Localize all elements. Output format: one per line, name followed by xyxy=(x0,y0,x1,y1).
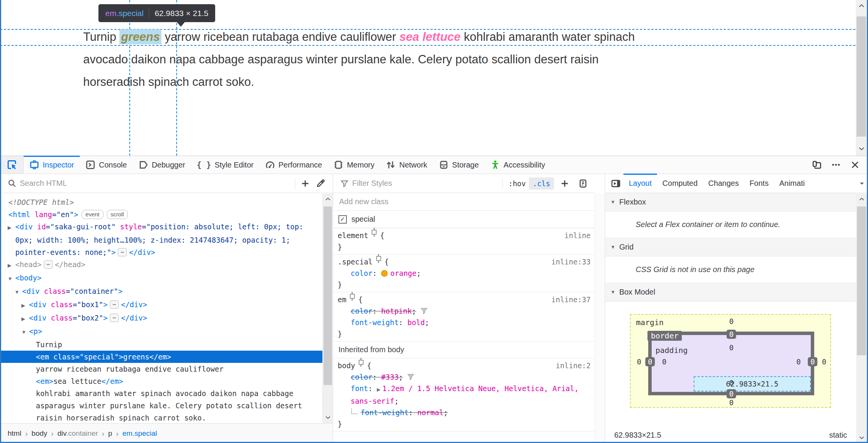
rule-source-link[interactable]: inline xyxy=(564,230,591,241)
tab-accessibility[interactable]: Accessibility xyxy=(485,156,551,174)
css-declaration[interactable]: color: #333; xyxy=(338,371,591,383)
scroll-down-icon[interactable] xyxy=(856,432,867,443)
overridden-filter-icon[interactable] xyxy=(407,373,415,381)
margin-bottom-value[interactable]: 0 xyxy=(729,398,733,407)
collapsed-children-icon[interactable]: ⋯ xyxy=(110,300,119,309)
markup-row[interactable]: <em>sea lettuce</em> xyxy=(0,375,322,387)
css-declaration[interactable]: font: ▶1.2em / 1.5 Helvetica Neue, Helve… xyxy=(338,383,591,407)
markup-scrollbar[interactable] xyxy=(322,193,333,423)
css-declaration[interactable]: color: hotpink; xyxy=(338,305,591,317)
close-devtools-button[interactable] xyxy=(847,157,863,172)
tab-inspector[interactable]: Inspector xyxy=(24,156,80,174)
markup-row[interactable]: ▼<p> xyxy=(0,325,322,338)
node-target-icon[interactable] xyxy=(359,360,364,365)
markup-row[interactable]: Turnip xyxy=(0,338,322,351)
border-top-value[interactable]: 0 xyxy=(726,330,736,339)
border-right-value[interactable]: 0 xyxy=(808,357,817,366)
rules-scrollbar[interactable] xyxy=(594,193,605,443)
padding-right-value[interactable]: 0 xyxy=(796,358,800,366)
tab-debugger[interactable]: Debugger xyxy=(133,156,191,174)
breadcrumb-item[interactable]: html xyxy=(8,429,21,438)
tab-animations[interactable]: Animati xyxy=(774,174,805,193)
margin-right-value[interactable]: 0 xyxy=(822,358,826,366)
padding-bottom-value[interactable]: 0 xyxy=(729,379,733,387)
tab-memory[interactable]: Memory xyxy=(328,156,380,174)
breadcrumb-item[interactable]: div.container xyxy=(57,429,98,438)
tab-fonts[interactable]: Fonts xyxy=(744,174,774,193)
add-node-button[interactable] xyxy=(298,176,313,191)
markup-row[interactable]: ▶<div id="saka-gui-root" style="position… xyxy=(0,221,322,258)
rule-source-link[interactable]: inline:33 xyxy=(551,256,591,267)
markup-row[interactable]: ▶<head>⋯</head> xyxy=(0,258,322,272)
scroll-up-icon[interactable] xyxy=(323,193,333,205)
new-rule-button[interactable] xyxy=(557,176,572,191)
search-html-input[interactable] xyxy=(20,179,293,188)
expander-icon[interactable]: ▶ xyxy=(377,387,380,392)
markup-row[interactable]: <html lang="en">eventscroll xyxy=(0,208,322,221)
pretty-print-icon[interactable] xyxy=(575,176,591,191)
tab-changes[interactable]: Changes xyxy=(703,174,744,193)
node-target-icon[interactable] xyxy=(350,294,355,299)
border-bottom-value[interactable]: 0 xyxy=(726,389,736,398)
page-scrollbar[interactable] xyxy=(856,0,867,156)
markup-scrollbar-thumb[interactable] xyxy=(324,206,332,385)
layout-scrollbar[interactable] xyxy=(856,193,867,443)
collapsed-children-icon[interactable]: ⋯ xyxy=(110,314,119,322)
collapsed-children-icon[interactable]: ⋯ xyxy=(44,260,53,269)
eyedropper-button[interactable] xyxy=(313,176,328,191)
class-panel-toggle[interactable]: .cls xyxy=(529,177,554,190)
twisty-open-icon[interactable]: ▼ xyxy=(8,273,15,285)
collapsed-children-icon[interactable]: ⋯ xyxy=(118,248,127,256)
twisty-closed-icon[interactable]: ▶ xyxy=(8,222,15,234)
padding-left-value[interactable]: 0 xyxy=(662,358,666,366)
overridden-filter-icon[interactable] xyxy=(420,307,428,315)
scroll-up-icon[interactable] xyxy=(856,0,867,11)
css-declaration[interactable]: font-weight: bold; xyxy=(338,317,591,328)
tab-console[interactable]: Console xyxy=(80,156,132,174)
css-declaration[interactable]: font-weight: normal; xyxy=(338,407,591,418)
rule-selector[interactable]: .special xyxy=(338,256,373,267)
twisty-open-icon[interactable]: ▼ xyxy=(21,326,29,338)
layout-scrollbar-thumb[interactable] xyxy=(857,206,866,355)
node-picker-button[interactable] xyxy=(0,156,24,174)
rule-source-link[interactable]: inline:37 xyxy=(551,294,591,305)
sidebar-toggle-icon[interactable] xyxy=(608,176,623,191)
markup-row[interactable]: ▼<div class="container"> xyxy=(0,285,322,298)
tab-performance[interactable]: Performance xyxy=(259,156,328,174)
scroll-down-icon[interactable] xyxy=(323,412,333,423)
scroll-down-icon[interactable] xyxy=(856,143,867,154)
twisty-closed-icon[interactable]: ▶ xyxy=(21,300,29,312)
markup-row[interactable]: <!DOCTYPE html> xyxy=(0,196,322,208)
twisty-closed-icon[interactable]: ▶ xyxy=(8,259,15,272)
flexbox-section-header[interactable]: ▼ Flexbox xyxy=(605,193,856,211)
meatball-menu-button[interactable] xyxy=(828,157,844,172)
grid-section-header[interactable]: ▼ Grid xyxy=(605,238,856,256)
markup-row[interactable]: ▶<div class="box1">⋯</div> xyxy=(0,298,322,312)
twisty-closed-icon[interactable]: ▶ xyxy=(21,313,29,325)
markup-row[interactable]: <em class="special">greens</em> xyxy=(0,351,322,363)
add-new-class-input[interactable] xyxy=(339,197,588,206)
breadcrumb-item[interactable]: body xyxy=(32,429,47,438)
filter-styles-input[interactable] xyxy=(352,179,478,188)
border-left-value[interactable]: 0 xyxy=(645,357,655,366)
margin-top-value[interactable]: 0 xyxy=(729,317,733,325)
box-model-section-header[interactable]: ▼ Box Model xyxy=(605,283,856,301)
breadcrumb-item[interactable]: em.special xyxy=(122,429,157,438)
markup-row[interactable]: kohlrabi amaranth water spinach avocado … xyxy=(0,387,322,423)
pseudo-class-toggle[interactable]: :hov xyxy=(508,179,526,188)
tab-network[interactable]: Network xyxy=(380,156,433,174)
tab-storage[interactable]: Storage xyxy=(433,156,485,174)
tab-layout[interactable]: Layout xyxy=(623,174,657,193)
rule-selector[interactable]: body xyxy=(338,360,355,371)
node-target-icon[interactable] xyxy=(376,256,381,261)
rule-selector[interactable]: element xyxy=(338,230,368,241)
responsive-design-mode-button[interactable] xyxy=(808,157,825,172)
rule-source-link[interactable]: inline:2 xyxy=(556,360,591,371)
twisty-open-icon[interactable]: ▼ xyxy=(14,286,22,298)
markup-row[interactable]: yarrow ricebean rutabaga endive cauliflo… xyxy=(0,363,322,375)
tab-computed[interactable]: Computed xyxy=(657,174,703,193)
margin-left-value[interactable]: 0 xyxy=(637,358,641,366)
node-target-icon[interactable] xyxy=(372,230,377,235)
color-swatch[interactable] xyxy=(381,270,388,277)
padding-top-value[interactable]: 0 xyxy=(729,343,733,352)
